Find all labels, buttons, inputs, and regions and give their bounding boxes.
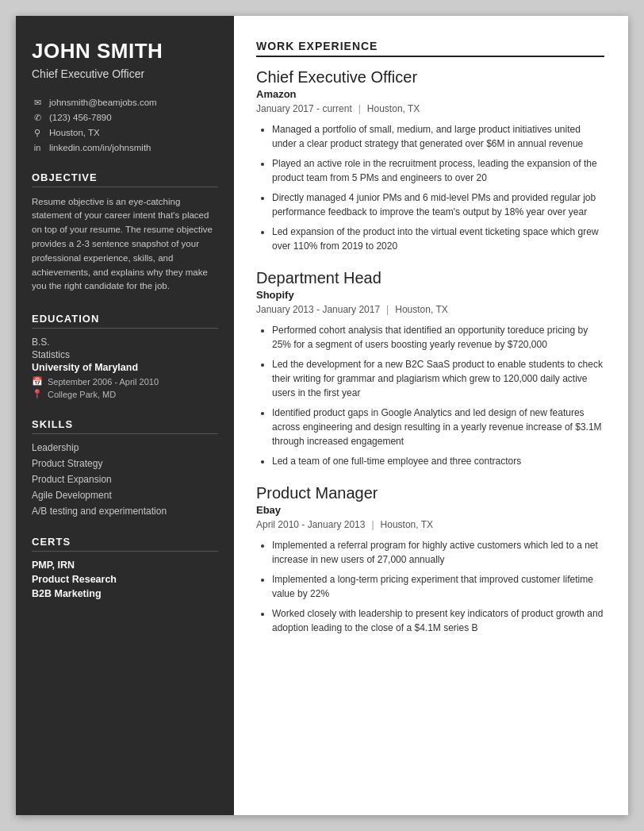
- bullet-item: Implemented a referral program for highl…: [272, 538, 604, 567]
- edu-dates: 📅 September 2006 - April 2010: [32, 376, 218, 387]
- education-header: EDUCATION: [32, 313, 218, 329]
- job-dates-1: January 2017 - current: [256, 103, 352, 114]
- job-title-1: Chief Executive Officer: [256, 68, 604, 87]
- cert-item: PMP, IRN: [32, 560, 218, 571]
- bullet-item: Identified product gaps in Google Analyt…: [272, 406, 604, 448]
- bullet-item: Managed a portfolio of small, medium, an…: [272, 122, 604, 151]
- edu-school: University of Maryland: [32, 362, 218, 373]
- bullet-item: Implemented a long-term pricing experime…: [272, 572, 604, 601]
- edu-location-icon: 📍: [32, 389, 43, 399]
- job-bullets-2: Performed cohort analysis that identifie…: [256, 323, 604, 468]
- bullet-item: Directly managed 4 junior PMs and 6 mid-…: [272, 190, 604, 219]
- skills-header: SKILLS: [32, 418, 218, 434]
- contact-phone: ✆ (123) 456-7890: [32, 113, 218, 123]
- bullet-item: Led expansion of the product into the vi…: [272, 225, 604, 253]
- job-company-2: Shopify: [256, 289, 604, 301]
- job-block-1: Chief Executive Officer Amazon January 2…: [256, 68, 604, 253]
- job-meta-3: April 2010 - January 2013 | Houston, TX: [256, 519, 604, 530]
- email-icon: ✉: [32, 98, 43, 108]
- bullet-item: Performed cohort analysis that identifie…: [272, 323, 604, 352]
- cert-item: B2B Marketing: [32, 588, 218, 599]
- job-company-3: Ebay: [256, 504, 604, 516]
- job-title-3: Product Manager: [256, 484, 604, 502]
- skill-item: Leadership: [32, 442, 218, 453]
- linkedin-icon: in: [32, 143, 43, 152]
- meta-divider: |: [386, 304, 389, 315]
- job-title-2: Department Head: [256, 269, 604, 287]
- bullet-item: Played an active role in the recruitment…: [272, 156, 604, 185]
- skill-item: Product Expansion: [32, 474, 218, 485]
- contact-email: ✉ johnsmith@beamjobs.com: [32, 98, 218, 108]
- objective-header: OBJECTIVE: [32, 171, 218, 187]
- job-bullets-1: Managed a portfolio of small, medium, an…: [256, 122, 604, 253]
- meta-divider: |: [371, 519, 374, 530]
- edu-field: Statistics: [32, 349, 218, 360]
- objective-text: Resume objective is an eye-catching stat…: [32, 195, 218, 294]
- job-block-2: Department Head Shopify January 2013 - J…: [256, 269, 604, 468]
- edu-location: 📍 College Park, MD: [32, 389, 218, 399]
- sidebar: JOHN SMITH Chief Executive Officer ✉ joh…: [16, 16, 234, 815]
- job-dates-3: April 2010 - January 2013: [256, 519, 365, 530]
- edu-degree: B.S.: [32, 337, 218, 348]
- contact-location: ⚲ Houston, TX: [32, 128, 218, 138]
- job-meta-1: January 2017 - current | Houston, TX: [256, 103, 604, 114]
- calendar-icon: 📅: [32, 376, 43, 387]
- phone-icon: ✆: [32, 113, 43, 123]
- skills-section: Leadership Product Strategy Product Expa…: [32, 442, 218, 517]
- main-content: WORK EXPERIENCE Chief Executive Officer …: [234, 16, 628, 815]
- resume-container: JOHN SMITH Chief Executive Officer ✉ joh…: [16, 16, 628, 815]
- cert-item: Product Research: [32, 574, 218, 585]
- job-location-1: Houston, TX: [367, 103, 420, 114]
- job-meta-2: January 2013 - January 2017 | Houston, T…: [256, 304, 604, 315]
- contact-list: ✉ johnsmith@beamjobs.com ✆ (123) 456-789…: [32, 98, 218, 152]
- job-location-2: Houston, TX: [395, 304, 447, 315]
- job-dates-2: January 2013 - January 2017: [256, 304, 380, 315]
- job-bullets-3: Implemented a referral program for highl…: [256, 538, 604, 635]
- certs-header: CERTS: [32, 536, 218, 552]
- bullet-item: Led a team of one full-time employee and…: [272, 454, 604, 468]
- work-experience-header: WORK EXPERIENCE: [256, 40, 604, 57]
- skill-item: Agile Development: [32, 490, 218, 501]
- location-icon: ⚲: [32, 128, 43, 138]
- bullet-item: Led the development for a new B2C SaaS p…: [272, 357, 604, 400]
- job-company-1: Amazon: [256, 88, 604, 100]
- skill-item: Product Strategy: [32, 458, 218, 469]
- contact-linkedin: in linkedin.com/in/johnsmith: [32, 143, 218, 152]
- job-block-3: Product Manager Ebay April 2010 - Januar…: [256, 484, 604, 635]
- skill-item: A/B testing and experimentation: [32, 506, 218, 517]
- job-location-3: Houston, TX: [381, 519, 433, 530]
- candidate-name: JOHN SMITH: [32, 40, 218, 63]
- education-section: B.S. Statistics University of Maryland 📅…: [32, 337, 218, 399]
- certs-section: PMP, IRN Product Research B2B Marketing: [32, 560, 218, 599]
- meta-divider: |: [358, 103, 361, 114]
- bullet-item: Worked closely with leadership to presen…: [272, 606, 604, 635]
- candidate-title: Chief Executive Officer: [32, 67, 218, 80]
